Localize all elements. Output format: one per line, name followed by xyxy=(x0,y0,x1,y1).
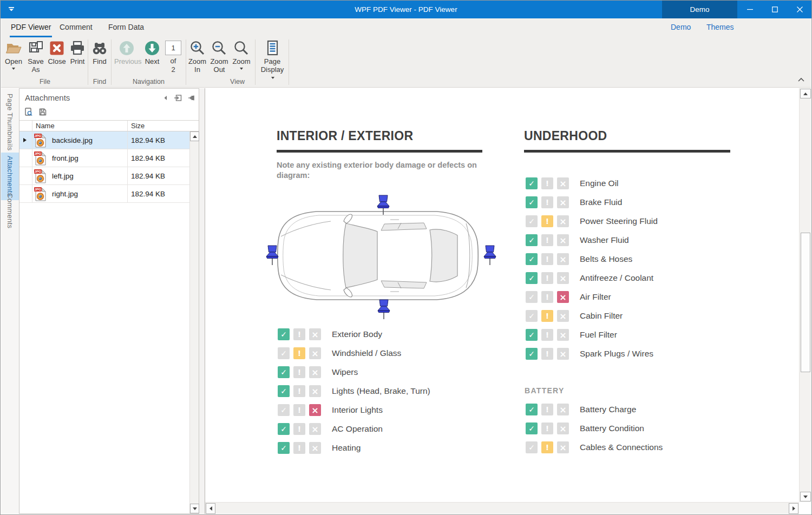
check-fail-box[interactable] xyxy=(557,177,569,189)
column-header-size[interactable]: Size xyxy=(131,122,145,130)
window-close-button[interactable] xyxy=(787,1,812,18)
sidebar-tab-comments[interactable]: Comments xyxy=(1,190,19,232)
check-ok-box[interactable] xyxy=(278,423,290,435)
check-warn-box[interactable] xyxy=(541,441,553,453)
attachment-row[interactable]: JPG backside.jpg 182.94 KB xyxy=(19,131,189,149)
tab-themes[interactable]: Themes xyxy=(706,18,734,37)
print-button[interactable]: Print xyxy=(67,37,88,66)
check-warn-box[interactable] xyxy=(541,215,553,227)
check-warn-box[interactable] xyxy=(541,253,553,265)
check-ok-box[interactable] xyxy=(526,329,538,341)
check-warn-box[interactable] xyxy=(293,404,305,416)
zoom-dropdown-button[interactable]: Zoom xyxy=(231,37,252,70)
close-document-button[interactable]: Close xyxy=(47,37,67,66)
check-warn-box[interactable] xyxy=(293,328,305,340)
document-horizontal-scrollbar[interactable] xyxy=(205,502,799,514)
attachment-row[interactable]: JPG right.jpg 182.94 KB xyxy=(19,185,189,203)
attachment-row[interactable]: JPG left.jpg 182.94 KB xyxy=(19,167,189,185)
vertical-scroll-thumb[interactable] xyxy=(801,233,810,372)
tab-form-data[interactable]: Form Data xyxy=(107,18,145,37)
check-warn-box[interactable] xyxy=(541,234,553,246)
tab-pdf-viewer[interactable]: PDF Viewer xyxy=(10,18,52,37)
check-fail-box[interactable] xyxy=(557,329,569,341)
check-fail-box[interactable] xyxy=(557,441,569,453)
panel-splitter[interactable] xyxy=(199,88,205,514)
check-ok-box[interactable] xyxy=(526,348,538,360)
tab-comment[interactable]: Comment xyxy=(58,18,94,37)
minimize-button[interactable] xyxy=(737,1,762,18)
check-warn-box[interactable] xyxy=(541,422,553,434)
check-ok-box[interactable] xyxy=(526,253,538,265)
check-fail-box[interactable] xyxy=(309,442,321,454)
find-button[interactable]: Find xyxy=(89,37,110,66)
check-ok-box[interactable] xyxy=(278,366,290,378)
open-button[interactable]: Open xyxy=(2,37,25,70)
check-warn-box[interactable] xyxy=(293,366,305,378)
check-fail-box[interactable] xyxy=(557,348,569,360)
check-fail-box[interactable] xyxy=(557,234,569,246)
next-button[interactable]: Next xyxy=(141,37,163,66)
tab-demo[interactable]: Demo xyxy=(671,18,691,37)
check-warn-box[interactable] xyxy=(541,310,553,322)
check-warn-box[interactable] xyxy=(541,291,553,303)
scroll-down-button[interactable] xyxy=(190,504,199,513)
check-fail-box[interactable] xyxy=(309,423,321,435)
check-fail-box[interactable] xyxy=(309,404,321,416)
check-fail-box[interactable] xyxy=(557,422,569,434)
scroll-up-button[interactable] xyxy=(800,89,811,98)
save-attachment-icon[interactable] xyxy=(38,107,48,117)
panel-collapse-icon[interactable] xyxy=(161,94,170,102)
check-fail-box[interactable] xyxy=(557,310,569,322)
check-fail-box[interactable] xyxy=(309,347,321,359)
scroll-up-button[interactable] xyxy=(190,131,199,141)
check-ok-box[interactable] xyxy=(278,385,290,397)
check-fail-box[interactable] xyxy=(557,272,569,284)
sidebar-tab-page-thumbnails[interactable]: Page Thumbnails xyxy=(1,90,19,154)
check-ok-box[interactable] xyxy=(526,422,538,434)
zoom-out-button[interactable]: Zoom Out xyxy=(208,37,231,74)
check-fail-box[interactable] xyxy=(557,404,569,415)
page-display-button[interactable]: Page Display xyxy=(257,37,288,82)
open-attachment-icon[interactable] xyxy=(24,107,34,117)
check-warn-box[interactable] xyxy=(293,347,305,359)
check-ok-box[interactable] xyxy=(526,196,538,208)
check-warn-box[interactable] xyxy=(541,348,553,360)
save-as-button[interactable]: Save As xyxy=(25,37,47,74)
check-warn-box[interactable] xyxy=(541,329,553,341)
ribbon-collapse-button[interactable] xyxy=(797,76,806,84)
check-warn-box[interactable] xyxy=(293,423,305,435)
scroll-left-button[interactable] xyxy=(206,503,215,514)
column-header-name[interactable]: Name xyxy=(36,122,55,130)
check-ok-box[interactable] xyxy=(526,404,538,415)
scroll-right-button[interactable] xyxy=(789,503,798,514)
zoom-in-button[interactable]: Zoom In xyxy=(187,37,208,74)
check-fail-box[interactable] xyxy=(309,385,321,397)
check-warn-box[interactable] xyxy=(541,404,553,415)
check-ok-box[interactable] xyxy=(526,291,538,303)
attachments-scrollbar[interactable] xyxy=(189,131,199,513)
page-number-input[interactable]: 1 xyxy=(165,41,181,55)
check-ok-box[interactable] xyxy=(526,441,538,453)
check-warn-box[interactable] xyxy=(541,177,553,189)
panel-pin-icon[interactable] xyxy=(187,94,196,102)
check-fail-box[interactable] xyxy=(309,328,321,340)
maximize-button[interactable] xyxy=(762,1,787,18)
check-warn-box[interactable] xyxy=(541,272,553,284)
check-fail-box[interactable] xyxy=(557,215,569,227)
check-warn-box[interactable] xyxy=(293,385,305,397)
previous-button[interactable]: Previous xyxy=(112,37,141,66)
check-fail-box[interactable] xyxy=(557,291,569,303)
check-ok-box[interactable] xyxy=(526,177,538,189)
check-fail-box[interactable] xyxy=(557,253,569,265)
check-ok-box[interactable] xyxy=(278,328,290,340)
document-vertical-scrollbar[interactable] xyxy=(799,88,811,502)
check-ok-box[interactable] xyxy=(278,347,290,359)
check-ok-box[interactable] xyxy=(526,234,538,246)
check-fail-box[interactable] xyxy=(557,196,569,208)
check-ok-box[interactable] xyxy=(526,310,538,322)
panel-dock-icon[interactable] xyxy=(174,94,182,102)
scroll-down-button[interactable] xyxy=(800,492,811,501)
attachment-row[interactable]: JPG front.jpg 182.94 KB xyxy=(19,149,189,167)
check-warn-box[interactable] xyxy=(293,442,305,454)
check-ok-box[interactable] xyxy=(278,442,290,454)
